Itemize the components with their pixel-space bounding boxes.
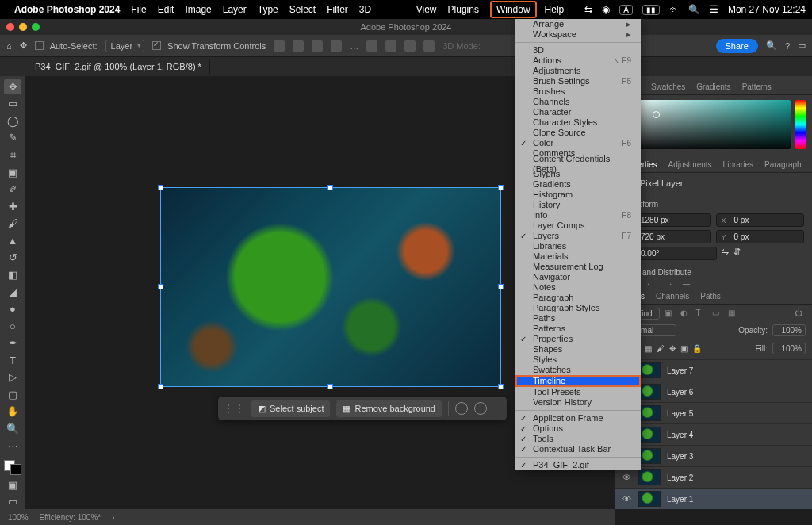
menu-item-adjustments[interactable]: Adjustments	[515, 66, 641, 76]
menu-item-application-frame[interactable]: ✓Application Frame	[515, 413, 641, 423]
color-swatches[interactable]	[4, 460, 21, 475]
filter-toggle[interactable]: ⏻	[795, 308, 806, 320]
share-button[interactable]: Share	[716, 39, 758, 53]
eyedropper-tool[interactable]: ✐	[4, 182, 21, 197]
align-icon-2[interactable]	[293, 40, 304, 52]
history-brush-tool[interactable]: ↺	[4, 251, 21, 266]
stamp-tool[interactable]: ▲	[4, 233, 21, 248]
filter-smart-icon[interactable]: ▦	[728, 308, 739, 320]
menu-item-color[interactable]: ✓ColorF6	[515, 138, 641, 148]
tab-gradients[interactable]: Gradients	[696, 82, 730, 94]
quick-mask[interactable]: ▣	[4, 477, 21, 492]
menu-item-shapes[interactable]: Shapes	[515, 344, 641, 354]
menu-item-workspace[interactable]: Workspace▸	[515, 29, 641, 40]
layer-thumb[interactable]	[638, 405, 661, 421]
tab-libraries[interactable]: Libraries	[723, 160, 753, 172]
quick-select-tool[interactable]: ✎	[4, 131, 21, 146]
menu-type[interactable]: Type	[258, 4, 278, 15]
visibility-icon[interactable]: 👁	[621, 494, 632, 504]
menu-file[interactable]: File	[131, 4, 146, 15]
menu-item-navigator[interactable]: Navigator	[515, 272, 641, 282]
menu-item-3d[interactable]: 3D	[515, 45, 641, 56]
crop-tool[interactable]: ⌗	[4, 148, 21, 163]
path-select-tool[interactable]: ▷	[4, 370, 21, 385]
layer-row[interactable]: 👁Layer 6	[615, 381, 812, 402]
grip-icon[interactable]: ⋮⋮	[223, 402, 245, 415]
menu-select[interactable]: Select	[289, 4, 316, 15]
edit-toolbar[interactable]: ⋯	[4, 439, 21, 454]
menu-item-timeline[interactable]: Timeline	[515, 375, 641, 387]
help-icon[interactable]: ?	[785, 41, 790, 51]
gradient-tool[interactable]: ◢	[4, 285, 21, 300]
layer-row[interactable]: 👁Layer 5	[615, 402, 812, 423]
menu-item-character[interactable]: Character	[515, 107, 641, 117]
menu-image[interactable]: Image	[185, 4, 211, 15]
opacity-field[interactable]: 100%	[772, 324, 806, 336]
lasso-tool[interactable]: ◯	[4, 113, 21, 128]
move-tool[interactable]: ✥	[4, 79, 21, 94]
layer-row[interactable]: 👁Layer 7	[615, 359, 812, 381]
layer-name[interactable]: Layer 2	[667, 473, 806, 482]
menu-item-info[interactable]: InfoF8	[515, 210, 641, 220]
blur-tool[interactable]: ●	[4, 301, 21, 316]
marquee-tool[interactable]: ▭	[4, 97, 21, 112]
layer-thumb[interactable]	[638, 427, 661, 443]
zoom-tool[interactable]: 🔍	[4, 421, 21, 436]
transform-handle[interactable]	[158, 284, 163, 289]
tab-patterns[interactable]: Patterns	[742, 82, 772, 94]
transform-handle[interactable]	[327, 384, 333, 389]
y-field[interactable]: Y0 px	[716, 230, 805, 243]
menu-filter[interactable]: Filter	[327, 4, 348, 15]
transform-handle[interactable]	[158, 185, 163, 190]
align-icon-3[interactable]	[312, 40, 323, 52]
eraser-tool[interactable]: ◧	[4, 267, 21, 282]
flip-h-icon[interactable]: ⇋	[722, 247, 729, 260]
menu-item-p34-gif-2-gif[interactable]: ✓P34_GIF_2.gif	[515, 460, 641, 470]
shape-tool[interactable]: ▢	[4, 387, 21, 402]
menu-item-paragraph[interactable]: Paragraph	[515, 293, 641, 303]
layer-thumb[interactable]	[638, 491, 661, 507]
healing-tool[interactable]: ✚	[4, 199, 21, 214]
menu-item-content-credentials-beta-[interactable]: Content Credentials (Beta)	[515, 159, 641, 169]
layer-name[interactable]: Layer 1	[667, 495, 806, 504]
tab-channels[interactable]: Channels	[656, 292, 689, 304]
status-control-icon[interactable]: ☰	[710, 4, 718, 15]
ctx-more-icon[interactable]: ⋯	[493, 404, 502, 414]
layer-thumb[interactable]	[638, 448, 661, 464]
menu-item-measurement-log[interactable]: Measurement Log	[515, 262, 641, 272]
lock-all-icon[interactable]: 🔒	[692, 344, 702, 353]
menu-item-version-history[interactable]: Version History	[515, 397, 641, 408]
menu-view[interactable]: View	[416, 4, 437, 15]
align-icon-4[interactable]	[331, 40, 342, 52]
menu-item-character-styles[interactable]: Character Styles	[515, 117, 641, 128]
workspace-icon[interactable]: ▭	[798, 40, 806, 51]
transform-handle[interactable]	[498, 185, 504, 190]
status-chevron-icon[interactable]: ›	[112, 513, 114, 522]
menu-item-paths[interactable]: Paths	[515, 313, 641, 324]
menu-item-clone-source[interactable]: Clone Source	[515, 128, 641, 138]
menu-item-swatches[interactable]: Swatches	[515, 365, 641, 375]
dist-icon-4[interactable]	[423, 40, 435, 52]
hue-slider[interactable]	[795, 100, 806, 149]
status-sync-icon[interactable]: ⇆	[584, 4, 592, 15]
zoom-level[interactable]: 100%	[8, 513, 29, 522]
canvas-image[interactable]	[160, 187, 501, 387]
pen-tool[interactable]: ✒	[4, 335, 21, 351]
transform-handle[interactable]	[498, 384, 504, 389]
flip-v-icon[interactable]: ⇵	[733, 247, 741, 260]
lock-move-icon[interactable]: ✥	[669, 344, 676, 353]
layer-thumb[interactable]	[638, 469, 661, 485]
lock-nest-icon[interactable]: ▣	[680, 344, 688, 353]
status-battery-icon[interactable]: ▮▮	[642, 5, 660, 15]
menu-plugins[interactable]: Plugins	[448, 4, 479, 15]
transform-handle[interactable]	[158, 384, 163, 389]
move-tool-icon[interactable]: ✥	[20, 40, 27, 51]
menu-item-styles[interactable]: Styles	[515, 354, 641, 365]
fill-field[interactable]: 100%	[772, 343, 806, 354]
layer-thumb[interactable]	[638, 384, 661, 400]
status-a-box[interactable]: A	[619, 5, 633, 15]
x-field[interactable]: X0 px	[716, 213, 805, 227]
layer-name[interactable]: Layer 6	[667, 388, 806, 397]
menu-item-history[interactable]: History	[515, 200, 641, 210]
lock-paint-icon[interactable]: 🖌	[657, 344, 665, 353]
